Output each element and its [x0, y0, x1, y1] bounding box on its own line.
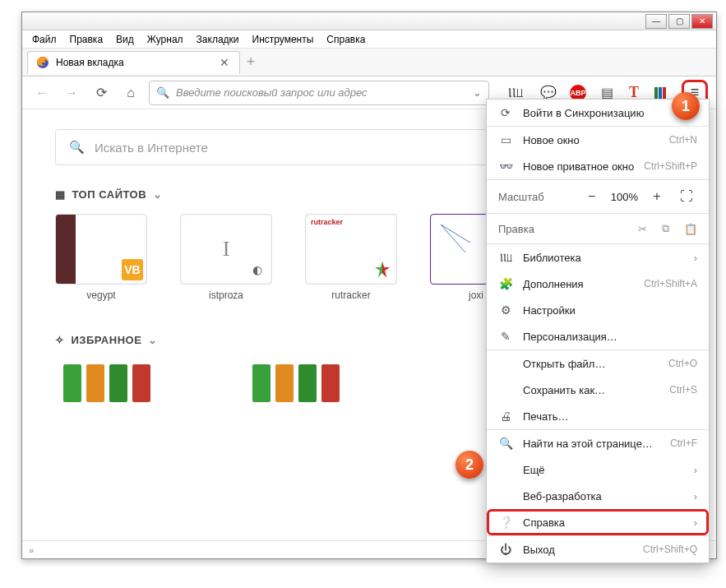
menu-zoom-row: Масштаб − 100% + ⛶ — [487, 180, 709, 213]
address-dropdown-icon[interactable]: ⌄ — [473, 86, 482, 99]
close-button[interactable]: ✕ — [691, 14, 713, 29]
menu-web-developer[interactable]: Веб-разработка › — [487, 483, 709, 509]
menu-library[interactable]: ⲒⲒⳘ Библиотека › — [487, 244, 709, 271]
menu-open-file[interactable]: Открыть файл… Ctrl+O — [487, 350, 709, 377]
mask-icon: 👓 — [498, 160, 513, 173]
label: Печать… — [523, 410, 697, 423]
zoom-label: Масштаб — [498, 191, 573, 203]
thumb-rutracker: rutracker — [305, 214, 397, 285]
menu-bookmarks[interactable]: Закладки — [192, 32, 244, 47]
app-menu-dropdown: ⟳ Войти в Синхронизацию ▭ Новое окно Ctr… — [486, 99, 710, 563]
gear-icon: ⚙ — [498, 303, 513, 317]
tab-strip: Новая вкладка ✕ + — [22, 49, 716, 76]
site-name: vegypt — [55, 289, 147, 301]
reload-button[interactable]: ⟳ — [90, 81, 113, 104]
shortcut: Ctrl+Shift+A — [644, 278, 697, 289]
window-title-bar: — ▢ ✕ — [22, 12, 716, 30]
address-placeholder: Введите поисковый запрос или адрес — [176, 86, 368, 99]
search-icon: 🔍 — [498, 437, 513, 450]
shortcut: Ctrl+Shift+P — [644, 160, 697, 172]
search-placeholder: Искать в Интернете — [95, 141, 208, 155]
chevron-right-icon: › — [694, 252, 697, 264]
label: Ещё — [523, 464, 684, 476]
site-tile-rutracker[interactable]: rutracker rutracker — [305, 214, 397, 301]
fav-card[interactable] — [55, 359, 211, 405]
menu-find[interactable]: 🔍 Найти на этой странице… Ctrl+F — [487, 430, 709, 456]
expand-icon[interactable]: » — [29, 545, 34, 555]
thumb-vegypt: VB — [55, 214, 147, 285]
svg-line-4 — [441, 225, 470, 243]
fav-card[interactable] — [244, 359, 400, 405]
menu-help[interactable]: Справка — [321, 32, 370, 47]
shortcut: Ctrl+Shift+Q — [643, 544, 697, 555]
cut-icon[interactable]: ✂ — [638, 223, 647, 235]
svg-marker-2 — [382, 262, 390, 277]
top-sites-label: ТОП САЙТОВ — [72, 188, 147, 201]
menu-new-window[interactable]: ▭ Новое окно Ctrl+N — [487, 127, 709, 153]
copy-icon[interactable]: ⧉ — [662, 222, 669, 235]
menu-new-private[interactable]: 👓 Новое приватное окно Ctrl+Shift+P — [487, 153, 709, 179]
fullscreen-button[interactable]: ⛶ — [676, 186, 697, 207]
menu-history[interactable]: Журнал — [142, 32, 188, 47]
brush-icon: ✎ — [498, 330, 513, 343]
home-button[interactable]: ⌂ — [119, 81, 142, 104]
shortcut: Ctrl+O — [668, 358, 697, 369]
site-tile-vegypt[interactable]: VB vegypt — [55, 214, 147, 301]
vb-badge-icon: VB — [122, 259, 143, 280]
chevron-down-icon[interactable]: ⌄ — [153, 188, 163, 201]
menu-view[interactable]: Вид — [111, 32, 139, 47]
thumb-istproza: I ◐ — [180, 214, 272, 285]
pocket-icon: ✧ — [55, 334, 65, 346]
menu-settings[interactable]: ⚙ Настройки — [487, 297, 709, 323]
zoom-out-button[interactable]: − — [581, 186, 603, 207]
favorites-label: ИЗБРАННОЕ — [72, 334, 142, 346]
shortcut: Ctrl+N — [669, 134, 697, 146]
label: Найти на этой странице… — [523, 438, 660, 450]
label: Справка — [523, 516, 684, 529]
print-icon: 🖨 — [498, 410, 513, 423]
label: Войти в Синхронизацию — [523, 107, 697, 119]
svg-line-3 — [441, 225, 465, 252]
forward-button[interactable]: → — [60, 81, 83, 104]
rut-badge-icon — [372, 259, 393, 280]
label: Выход — [523, 544, 633, 556]
zoom-in-button[interactable]: + — [646, 186, 668, 207]
menu-file[interactable]: Файл — [27, 32, 62, 47]
menu-tools[interactable]: Инструменты — [247, 32, 319, 47]
tab-close-icon[interactable]: ✕ — [220, 56, 231, 69]
callout-1: 1 — [672, 92, 700, 120]
site-tile-istproza[interactable]: I ◐ istproza — [180, 214, 272, 301]
menu-print[interactable]: 🖨 Печать… — [487, 403, 709, 429]
search-glyph-icon: 🔍 — [156, 86, 169, 99]
label: Открыть файл… — [523, 358, 659, 370]
address-bar[interactable]: 🔍 Введите поисковый запрос или адрес ⌄ — [149, 81, 489, 105]
zoom-value: 100% — [611, 191, 638, 203]
back-button[interactable]: ← — [30, 81, 53, 104]
edit-label: Правка — [498, 223, 623, 235]
library-icon: ⲒⲒⳘ — [498, 251, 513, 265]
search-icon: 🔍 — [69, 140, 85, 155]
menu-more[interactable]: Ещё › — [487, 456, 709, 483]
menu-help[interactable]: ❔ Справка › — [487, 509, 709, 535]
chevron-down-icon[interactable]: ⌄ — [148, 334, 158, 346]
callout-2: 2 — [455, 451, 483, 479]
puzzle-icon: 🧩 — [498, 277, 513, 290]
menu-customize[interactable]: ✎ Персонализация… — [487, 323, 709, 350]
minimize-button[interactable]: — — [645, 14, 667, 29]
tab-newtab[interactable]: Новая вкладка ✕ — [27, 51, 240, 74]
grid-icon: ▦ — [55, 188, 66, 201]
shortcut: Ctrl+F — [670, 438, 697, 449]
maximize-button[interactable]: ▢ — [668, 14, 690, 29]
label: Новое приватное окно — [523, 160, 634, 173]
paste-icon[interactable]: 📋 — [684, 223, 697, 235]
label: Персонализация… — [523, 331, 697, 343]
power-icon: ⏻ — [498, 543, 513, 556]
menu-addons[interactable]: 🧩 Дополнения Ctrl+Shift+A — [487, 271, 709, 297]
menu-quit[interactable]: ⏻ Выход Ctrl+Shift+Q — [487, 536, 709, 563]
window-icon: ▭ — [498, 133, 513, 146]
menu-edit[interactable]: Правка — [65, 32, 109, 47]
newtab-button[interactable]: + — [247, 53, 256, 71]
menu-save-as[interactable]: Сохранить как… Ctrl+S — [487, 377, 709, 403]
label: Сохранить как… — [523, 384, 659, 396]
label: Дополнения — [523, 278, 634, 290]
